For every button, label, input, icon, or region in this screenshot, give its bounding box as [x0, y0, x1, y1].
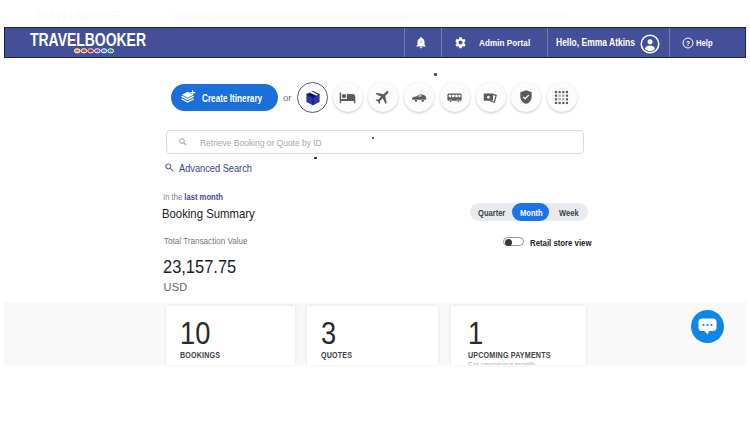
svg-text:?: ? [686, 40, 690, 47]
